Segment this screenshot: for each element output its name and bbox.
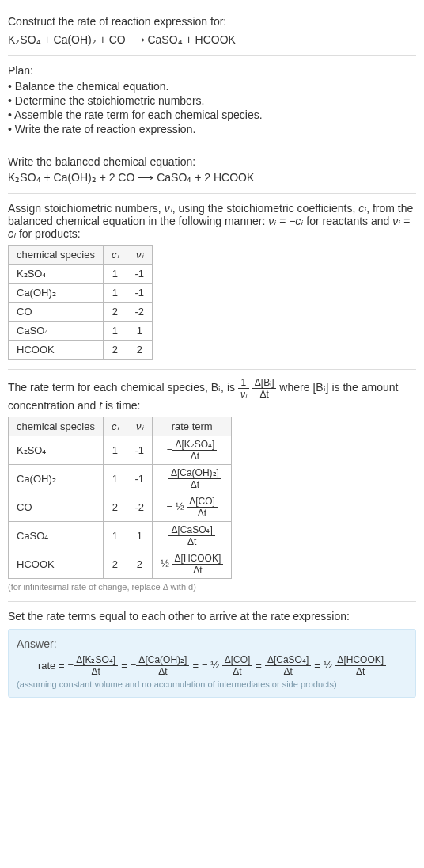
frac-one-over-nu: 1 νᵢ — [238, 378, 249, 399]
prefix: − — [131, 659, 137, 671]
cell-species: CaSO₄ — [9, 521, 104, 550]
equals: = — [192, 660, 199, 672]
num: 1 — [238, 378, 249, 389]
prefix: − — [68, 659, 74, 671]
relation: νᵢ = −cᵢ — [268, 215, 303, 227]
cell-species: CO — [9, 493, 104, 521]
unbalanced-equation: K₂SO₄ + Ca(OH)₂ + CO ⟶ CaSO₄ + HCOOK — [8, 33, 416, 46]
plan-item: Determine the stoichiometric numbers. — [8, 94, 416, 107]
den: νᵢ — [238, 389, 249, 399]
col-ci: cᵢ — [104, 417, 127, 436]
num: Δ[HCOOK] — [172, 554, 224, 565]
cell-c: 1 — [104, 283, 127, 302]
num: Δ[K₂SO₄] — [74, 655, 118, 666]
num: Δ[CO] — [222, 655, 253, 666]
plan-item: Balance the chemical equation. — [8, 80, 416, 93]
cell-species: CO — [9, 302, 104, 321]
den: Δt — [74, 666, 118, 676]
final-section: Set the rate terms equal to each other t… — [8, 602, 416, 707]
col-species: chemical species — [9, 245, 104, 264]
num: Δ[Ca(OH)₂] — [136, 655, 189, 666]
cell-rate-term: − ½ Δ[CO]Δt — [153, 493, 232, 521]
cell-nu: -1 — [127, 283, 153, 302]
stoich-explanation: Assign stoichiometric numbers, νᵢ, using… — [8, 202, 416, 240]
cell-rate-term: ½ Δ[HCOOK]Δt — [153, 550, 232, 578]
cell-c: 1 — [104, 264, 127, 283]
num: Δ[HCOOK] — [335, 655, 386, 666]
text: , using the stoichiometric coefficients, — [172, 202, 359, 215]
text: is time: — [102, 399, 140, 412]
col-ci: cᵢ — [104, 245, 127, 264]
den: Δt — [136, 666, 189, 676]
cell-c: 2 — [104, 493, 127, 521]
answer-label: Answer: — [17, 638, 407, 650]
table-row: K₂SO₄ 1 -1 −Δ[K₂SO₄]Δt — [9, 436, 232, 464]
cell-nu: -2 — [127, 493, 153, 521]
table-row: CaSO₄11 — [9, 321, 153, 340]
frac: Δ[HCOOK]Δt — [172, 554, 224, 575]
term: ½ Δ[HCOOK]Δt — [324, 655, 386, 676]
frac: Δ[K₂SO₄]Δt — [172, 440, 217, 461]
term: −Δ[Ca(OH)₂]Δt — [131, 655, 190, 676]
cell-nu: 1 — [127, 521, 153, 550]
den: Δt — [168, 479, 221, 489]
assumption-hint: (assuming constant volume and no accumul… — [17, 680, 407, 689]
prefix: ½ — [161, 558, 172, 569]
frac: Δ[CO]Δt — [187, 497, 218, 518]
num: Δ[CaSO₄] — [265, 655, 311, 666]
den: Δt — [222, 666, 253, 676]
cell-c: 2 — [104, 302, 127, 321]
num: Δ[Bᵢ] — [252, 378, 277, 389]
col-nui: νᵢ — [127, 245, 153, 264]
den: Δt — [187, 508, 218, 518]
text: Assign stoichiometric numbers, — [8, 202, 165, 215]
infinitesimal-hint: (for infinitesimal rate of change, repla… — [8, 582, 416, 592]
col-nui: νᵢ — [127, 417, 153, 436]
plan-section: Plan: Balance the chemical equation. Det… — [8, 56, 416, 147]
num: Δ[CO] — [187, 497, 218, 508]
cell-c: 1 — [104, 521, 127, 550]
rate-expression: rate = −Δ[K₂SO₄]Δt = −Δ[Ca(OH)₂]Δt = − ½… — [17, 655, 407, 676]
equals: = — [121, 660, 127, 672]
answer-box: Answer: rate = −Δ[K₂SO₄]Δt = −Δ[Ca(OH)₂]… — [8, 629, 416, 698]
c-i: cᵢ — [358, 202, 366, 215]
num: Δ[Ca(OH)₂] — [168, 468, 221, 479]
cell-rate-term: Δ[CaSO₄]Δt — [153, 521, 232, 550]
frac: Δ[CO]Δt — [222, 655, 253, 676]
col-species: chemical species — [9, 417, 104, 436]
prefix: − — [167, 444, 173, 455]
frac-delta-b: Δ[Bᵢ] Δt — [252, 378, 277, 399]
table-row: CO 2 -2 − ½ Δ[CO]Δt — [9, 493, 232, 521]
frac: Δ[CaSO₄]Δt — [265, 655, 311, 676]
frac: Δ[CaSO₄]Δt — [168, 525, 214, 546]
table-row: Ca(OH)₂1-1 — [9, 283, 153, 302]
rate-term-explanation: The rate term for each chemical species,… — [8, 378, 416, 412]
cell-nu: -2 — [127, 302, 153, 321]
cell-c: 2 — [104, 550, 127, 578]
nu-i: νᵢ — [165, 202, 172, 215]
cell-c: 1 — [104, 436, 127, 464]
cell-species: Ca(OH)₂ — [9, 464, 104, 493]
table-row: K₂SO₄1-1 — [9, 264, 153, 283]
plan-item: Write the rate of reaction expression. — [8, 123, 416, 135]
balanced-section: Write the balanced chemical equation: K₂… — [8, 147, 416, 194]
plan-item: Assemble the rate term for each chemical… — [8, 108, 416, 121]
cell-rate-term: −Δ[K₂SO₄]Δt — [153, 436, 232, 464]
cell-c: 2 — [104, 340, 127, 359]
num: Δ[CaSO₄] — [168, 525, 214, 536]
term: −Δ[K₂SO₄]Δt — [68, 655, 119, 676]
frac: Δ[HCOOK]Δt — [335, 655, 386, 676]
rate-term-table: chemical species cᵢ νᵢ rate term K₂SO₄ 1… — [8, 417, 232, 579]
table-row: Ca(OH)₂ 1 -1 −Δ[Ca(OH)₂]Δt — [9, 464, 232, 493]
text: for products: — [16, 227, 81, 240]
balanced-title: Write the balanced chemical equation: — [8, 155, 416, 168]
cell-c: 1 — [104, 321, 127, 340]
problem-statement: Construct the rate of reaction expressio… — [8, 6, 416, 56]
den: Δt — [168, 536, 214, 546]
prompt-text: Construct the rate of reaction expressio… — [8, 14, 416, 30]
cell-rate-term: −Δ[Ca(OH)₂]Δt — [153, 464, 232, 493]
stoich-section: Assign stoichiometric numbers, νᵢ, using… — [8, 194, 416, 370]
den: Δt — [172, 451, 217, 461]
cell-nu: 2 — [127, 550, 153, 578]
den: Δt — [265, 666, 311, 676]
